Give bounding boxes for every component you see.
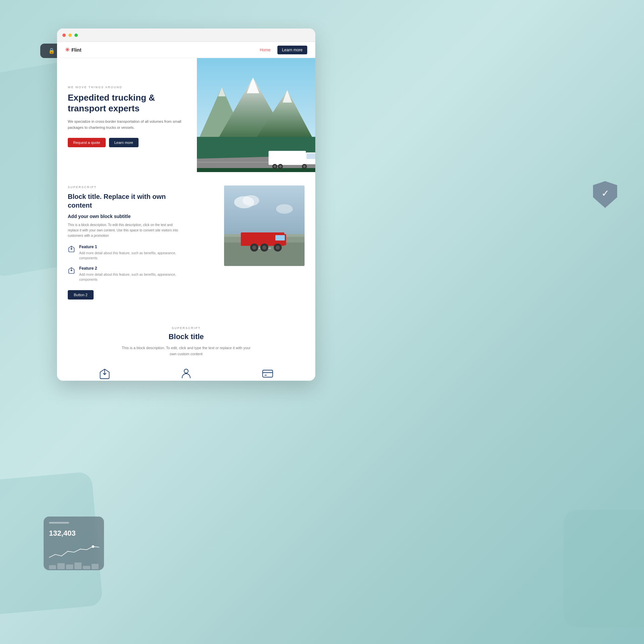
hero-buttons: Request a quote Learn more [68,138,186,147]
hero-learn-more-button[interactable]: Learn more [109,138,139,147]
hero-image [197,58,315,172]
feature2-icon [68,267,75,282]
feature1-icon [68,245,75,261]
features-title: Block title [68,332,305,341]
features-description: This is a block description. To edit, cl… [119,345,253,357]
block2-right [192,185,305,300]
nav-logo: ✳ Flint [65,47,82,53]
browser-dot-close[interactable] [62,34,66,37]
svg-rect-11 [269,151,306,165]
nav-learn-more-button[interactable]: Learn more [277,46,307,54]
block2-superscript: SUPERSCRIPT [68,185,181,189]
feature2-content: Feature 2 Add more detail about this fea… [79,266,181,282]
nav-logo-text: Flint [71,47,82,53]
stats-bar-1 [49,565,56,569]
svg-point-19 [274,165,276,168]
hero-title: Expedited trucking & transport experts [68,92,186,114]
shield-check-icon: ✓ [601,188,609,199]
feature-card-2-icon [149,368,223,381]
lock-icon: 🔒 [48,48,55,54]
block2-description: This is a block description. To edit thi… [68,222,181,238]
features-superscript: SUPERSCRIPT [68,326,305,330]
hero-eyebrow: WE MOVE THINGS AROUND [68,86,186,89]
stats-number: 132,403 [49,529,99,538]
block2-feature1: Feature 1 Add more detail about this fea… [68,245,181,261]
stats-bar-4 [74,562,82,569]
browser-dot-minimize[interactable] [68,34,72,37]
nav-links: Home Learn more [260,46,307,54]
hero-right [197,58,315,172]
shield-shape: ✓ [593,181,617,208]
svg-point-15 [303,165,306,168]
request-quote-button[interactable]: Request a quote [68,138,106,147]
feature1-desc: Add more detail about this feature, such… [79,251,181,261]
stats-bar-2 [57,563,64,569]
browser-dot-maximize[interactable] [74,34,78,37]
stats-bar-5 [83,566,90,569]
feature-card-3-icon [231,368,305,381]
feature-card-2: Feature 2 Add more detail about this fea… [149,368,223,381]
feature1-content: Feature 1 Add more detail about this fea… [79,245,181,261]
stats-bar-decoration [49,522,69,524]
svg-rect-27 [275,235,285,240]
block2-button[interactable]: Button 2 [68,290,94,300]
features-grid: Feature 1 Add more detail about this fea… [68,368,305,381]
block2-title: Block title. Replace it with own content [68,192,181,210]
hero-left: WE MOVE THINGS AROUND Expedited trucking… [57,58,197,172]
feature2-title: Feature 2 [79,266,181,271]
features-section: SUPERSCRIPT Block title This is a block … [57,313,315,381]
svg-point-0 [92,545,95,548]
feature1-title: Feature 1 [79,245,181,249]
stats-widget: 132,403 [44,517,104,570]
stats-line [49,546,99,557]
browser-bar [57,29,315,42]
svg-point-33 [276,246,280,250]
stats-chart [49,540,99,560]
hero-description: We specialize in cross-border transporta… [68,119,186,130]
block2-left: SUPERSCRIPT Block title. Replace it with… [68,185,181,300]
svg-point-31 [262,246,266,250]
svg-point-29 [252,246,256,250]
stats-bar-3 [66,565,73,569]
browser-window: ✳ Flint Home Learn more WE MOVE THINGS A… [57,29,315,381]
block2-image [224,185,305,266]
feature2-desc: Add more detail about this feature, such… [79,272,181,282]
svg-rect-13 [307,153,315,159]
mountain-svg [197,58,315,172]
bg-shape-bottom-right [564,510,644,627]
block2-section: SUPERSCRIPT Block title. Replace it with… [57,172,315,313]
nav-logo-icon: ✳ [65,47,69,53]
feature-card-1-icon [68,368,141,381]
stats-bar-6 [92,564,99,569]
feature-card-3: Feature 3 Add more detail about this fea… [231,368,305,381]
svg-point-37 [184,369,188,373]
feature-card-1: Feature 1 Add more detail about this fea… [68,368,141,381]
block2-feature2: Feature 2 Add more detail about this fea… [68,266,181,282]
svg-point-17 [279,165,281,168]
red-truck-svg [224,185,305,266]
svg-rect-38 [263,370,273,377]
browser-content: ✳ Flint Home Learn more WE MOVE THINGS A… [57,42,315,381]
hero-section: WE MOVE THINGS AROUND Expedited trucking… [57,58,315,172]
site-nav: ✳ Flint Home Learn more [57,42,315,58]
block2-subtitle: Add your own block subtitle [68,214,181,219]
svg-point-35 [243,195,259,206]
nav-link-home[interactable]: Home [260,48,271,52]
security-badge: ✓ [593,181,617,208]
stats-grid-bars [49,562,99,569]
svg-point-36 [276,204,293,214]
